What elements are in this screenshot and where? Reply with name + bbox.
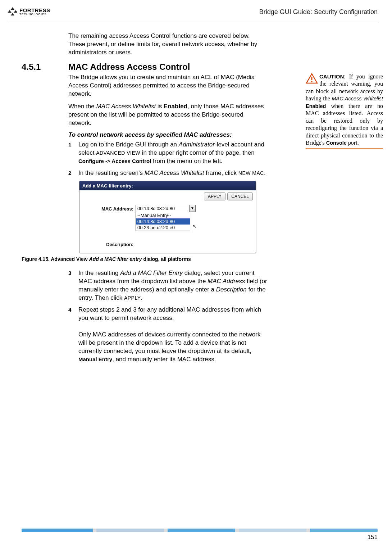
- caution-icon: [306, 73, 318, 84]
- logo-icon: [7, 6, 18, 17]
- section-title: MAC Address Access Control: [68, 62, 190, 72]
- page-header: FORTRESS TECHNOLOGIES Bridge GUI Guide: …: [7, 0, 378, 21]
- footer-decoration: [22, 529, 378, 532]
- caution-bold2: Console: [326, 140, 347, 146]
- header-title: Bridge GUI Guide: Security Configuration: [259, 8, 378, 16]
- description-label: Description:: [83, 240, 136, 247]
- svg-marker-3: [11, 13, 14, 15]
- step-number: 4: [68, 307, 73, 364]
- step-1: 1 Log on to the Bridge GUI through an Ad…: [68, 141, 268, 166]
- dialog-add-mac: Add a MAC filter entry: APPLY CANCEL MAC…: [79, 181, 256, 253]
- caution-label: CAUTION:: [319, 73, 346, 80]
- page-footer: 151: [22, 529, 378, 541]
- step-number: 3: [68, 270, 73, 302]
- caution-note: CAUTION: If you ignore the relevant warn…: [306, 73, 383, 151]
- caution-text-c: port.: [347, 140, 359, 146]
- procedure-heading: To control network access by specified M…: [68, 131, 268, 139]
- dropdown-option-selected[interactable]: 00:14:8c:08:2d:80: [136, 218, 190, 225]
- step-number: 1: [68, 141, 73, 166]
- step-number: 2: [68, 170, 73, 177]
- section-heading: 4.5.1 MAC Address Access Control: [22, 62, 378, 72]
- svg-point-6: [311, 81, 313, 82]
- dialog-title: Add a MAC filter entry:: [79, 181, 256, 190]
- apply-button[interactable]: APPLY: [204, 193, 225, 200]
- intro-paragraph: The remaining access Access Control func…: [68, 32, 263, 57]
- figure-caption: Figure 4.15. Advanced View Add a MAC fil…: [22, 256, 378, 262]
- cancel-button[interactable]: CANCEL: [227, 193, 253, 200]
- mac-address-label: MAC Address:: [83, 205, 136, 212]
- logo-sub: TECHNOLOGIES: [19, 13, 50, 16]
- svg-marker-2: [14, 10, 17, 13]
- logo-text-wrap: FORTRESS TECHNOLOGIES: [19, 8, 50, 16]
- figure-dialog: Add a MAC filter entry: APPLY CANCEL MAC…: [79, 181, 268, 253]
- para-1: The Bridge allows you to create and main…: [68, 73, 268, 98]
- para-2: When the MAC Access Whitelist is Enabled…: [68, 103, 268, 127]
- caution-rule: [306, 148, 383, 149]
- dialog-button-row: APPLY CANCEL: [79, 190, 256, 202]
- cursor-icon: ↖: [192, 223, 197, 230]
- svg-marker-0: [11, 7, 14, 10]
- caution-text-b: when there are no MAC ad­dresses listed.…: [306, 103, 383, 146]
- step-3: 3 In the resulting Add a MAC Filter Entr…: [68, 269, 268, 302]
- mac-address-input[interactable]: 00:14:8c:08:2d:80: [136, 205, 190, 212]
- logo-main: FORTRESS: [19, 8, 50, 13]
- caution-term1: MAC Access Whitelist: [332, 96, 383, 101]
- caution-bold1: Enabled: [306, 103, 326, 109]
- logo: FORTRESS TECHNOLOGIES: [7, 6, 50, 17]
- step-4: 4 Repeat steps 2 and 3 for any additiona…: [68, 306, 268, 364]
- step-2: 2 In the resulting screen's MAC Access W…: [68, 169, 268, 177]
- dropdown-toggle[interactable]: ▼: [190, 205, 196, 212]
- dropdown-option[interactable]: 00:23:ae:c2:20:e0: [136, 225, 190, 231]
- mac-dropdown-list[interactable]: --Manual Entry-- 00:14:8c:08:2d:80 00:23…: [136, 212, 190, 231]
- svg-marker-1: [8, 10, 12, 13]
- dropdown-option[interactable]: --Manual Entry--: [136, 212, 190, 218]
- page-number: 151: [22, 534, 378, 541]
- section-number: 4.5.1: [22, 62, 68, 72]
